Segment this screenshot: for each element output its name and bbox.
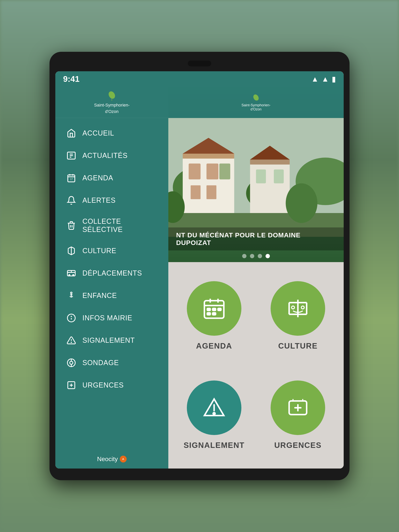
sidebar-item-urgences[interactable]: URGENCES [55,374,168,396]
camera-notch [188,61,211,66]
hero-banner: Saint-Symphorien-d'Ozon [168,87,344,262]
medical-icon [66,380,77,390]
sidebar-item-accueil[interactable]: ACCUEIL [55,122,168,144]
sidebar-footer: Neocity [55,450,168,469]
grid-agenda-icon [202,297,226,320]
hero-logo: Saint-Symphorien-d'Ozon [241,94,270,111]
sidebar-item-culture[interactable]: CULTURE [55,240,168,262]
info-icon [66,313,77,323]
sidebar-item-alertes[interactable]: ALERTES [55,189,168,211]
sidebar-label-urgences: URGENCES [82,381,124,389]
svg-rect-61 [207,309,210,310]
svg-rect-11 [70,222,72,223]
grid-item-urgences[interactable]: URGENCES [260,369,336,461]
neocity-logo [121,457,125,461]
svg-rect-46 [219,164,230,179]
sidebar-label-culture: CULTURE [82,247,116,255]
grid-item-agenda[interactable]: AGENDA [176,270,252,361]
grid-circle-urgences [270,380,325,435]
sidebar-item-collecte[interactable]: COLLECTE SÉLECTIVE [55,211,168,240]
sidebar-label-enfance: ENFANCE [82,291,117,300]
neocity-label: Neocity [97,456,118,463]
svg-rect-64 [207,313,210,315]
sidebar-item-sondage[interactable]: SONDAGE [55,351,168,374]
sidebar-item-enfance[interactable]: ENFANCE [55,284,168,307]
child-icon [66,290,77,301]
svg-rect-63 [218,309,221,310]
svg-rect-44 [189,164,200,179]
sidebar: Saint-Symphorien-d'Ozon ACCUEIL [55,87,168,469]
status-time: 9:41 [63,74,79,84]
hero-dot-1[interactable] [242,254,246,258]
svg-point-22 [71,292,72,294]
grid-circle-signalement [187,380,241,435]
tablet-top-bar [55,58,344,69]
sidebar-label-agenda: AGENDA [82,174,113,182]
svg-rect-47 [191,185,201,199]
sidebar-item-actualites[interactable]: ACTUALITÉS [55,144,168,167]
svg-rect-65 [213,313,216,315]
sidebar-label-deplacements: DÉPLACEMENTS [82,269,142,277]
grid-item-signalement[interactable]: SIGNALEMENT [176,369,252,461]
svg-point-72 [301,306,304,309]
sidebar-item-deplacements[interactable]: DÉPLACEMENTS [55,262,168,284]
screen: 9:41 ▲ ▲ ▮ Saint-S [55,71,344,469]
grid-label-agenda: AGENDA [196,342,232,350]
hero-logo-icon [251,94,261,103]
svg-point-35 [121,457,125,461]
hero-caption: NT DU MÉCÉNAT POUR LE DOMAINE DUPOIZAT [168,228,344,250]
grid-signalement-icon [202,396,226,419]
home-icon [66,128,77,139]
trash-icon [66,220,77,231]
svg-text:17: 17 [70,178,73,181]
right-panel: Saint-Symphorien-d'Ozon [168,87,344,469]
sidebar-label-alertes: ALERTES [82,196,116,204]
hero-image [168,118,344,237]
building-svg [168,118,344,237]
grid-label-signalement: SIGNALEMENT [184,441,245,450]
sidebar-item-agenda[interactable]: 17 AGENDA [55,167,168,189]
sidebar-label-sondage: SONDAGE [82,359,119,367]
nav-menu: ACCUEIL ACTUALITÉS 17 AGEND [55,118,168,450]
svg-rect-50 [250,160,290,165]
grid-circle-agenda [187,281,241,336]
sidebar-label-signalement: SIGNALEMENT [82,336,135,344]
neocity-brand: Neocity [97,456,127,463]
status-icons: ▲ ▲ ▮ [311,75,336,83]
battery-icon: ▮ [332,75,336,83]
svg-point-29 [70,361,73,364]
grid-item-culture[interactable]: CULTURE [260,270,336,361]
warning-icon [66,335,77,346]
logo-container: Saint-Symphorien-d'Ozon [94,90,129,115]
main-content: Saint-Symphorien-d'Ozon ACCUEIL [55,87,344,469]
svg-point-71 [292,306,295,309]
sidebar-label-infos-mairie: INFOS MAIRIE [82,314,132,322]
grid-urgences-icon [286,396,309,419]
bell-icon [66,195,77,206]
hero-dot-2[interactable] [250,254,254,258]
calendar-icon: 17 [66,172,77,183]
grid-culture-icon [286,297,309,320]
svg-rect-62 [213,309,216,310]
tablet-device: 9:41 ▲ ▲ ▮ Saint-S [50,52,349,480]
bus-icon [66,268,77,279]
sidebar-label-accueil: ACCUEIL [82,129,114,137]
signal-icon: ▲ [322,75,329,83]
hero-dot-3[interactable] [258,254,262,258]
svg-rect-42 [183,154,234,158]
svg-rect-48 [206,185,216,199]
sidebar-item-infos-mairie[interactable]: INFOS MAIRIE [55,307,168,329]
grid-label-culture: CULTURE [278,342,318,350]
svg-rect-53 [274,169,284,183]
hero-dots [168,254,344,258]
neocity-icon [120,456,127,462]
newspaper-icon [66,150,77,161]
status-bar: 9:41 ▲ ▲ ▮ [55,71,344,87]
svg-point-56 [286,184,318,223]
svg-rect-52 [256,169,266,183]
hero-dot-4[interactable] [265,254,270,258]
poll-icon [66,357,77,368]
grid-label-urgences: URGENCES [274,441,322,450]
sidebar-item-signalement[interactable]: SIGNALEMENT [55,329,168,351]
grid-section: AGENDA [168,262,344,469]
